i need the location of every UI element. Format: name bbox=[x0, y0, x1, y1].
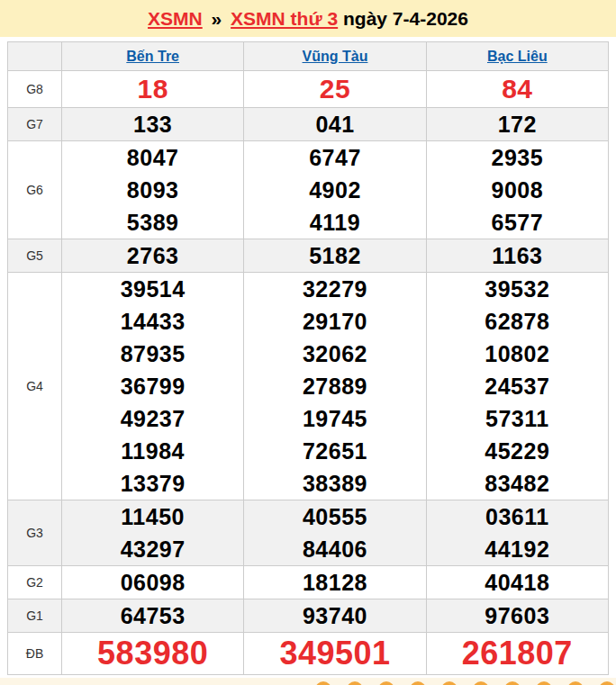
prize-row-g8: G8182584 bbox=[8, 71, 609, 108]
prize-number: 72651 bbox=[244, 435, 425, 467]
prize-cell: 0361144192 bbox=[426, 500, 608, 566]
prize-label: G1 bbox=[8, 599, 62, 633]
prize-cell: 4055584406 bbox=[244, 500, 426, 566]
prize-label: G4 bbox=[8, 273, 62, 500]
prize-number: 2935 bbox=[427, 141, 608, 174]
prize-label: ĐB bbox=[8, 633, 62, 675]
prize-number: 6577 bbox=[427, 206, 608, 239]
prize-number: 349501 bbox=[244, 633, 425, 674]
prize-number: 041 bbox=[244, 108, 425, 140]
prize-cell: 39532628781080224537573114522983482 bbox=[426, 273, 608, 500]
prize-cell: 349501 bbox=[244, 633, 426, 675]
prize-row-g6: G6804780935389674749024119293590086577 bbox=[8, 141, 609, 239]
prize-number: 27889 bbox=[244, 370, 425, 402]
number-ball-icon bbox=[599, 681, 615, 685]
prize-number: 84406 bbox=[244, 533, 425, 565]
prize-cell: 1145043297 bbox=[62, 500, 244, 566]
prize-number: 13379 bbox=[62, 467, 243, 500]
prize-cell: 2763 bbox=[62, 239, 244, 273]
province-header-bac-lieu: Bạc Liêu bbox=[426, 42, 608, 71]
prize-cell: 804780935389 bbox=[62, 141, 244, 239]
prize-number: 133 bbox=[62, 108, 243, 140]
prize-number: 06098 bbox=[62, 566, 243, 599]
province-link-bac-lieu[interactable]: Bạc Liêu bbox=[487, 49, 548, 64]
prize-number: 64753 bbox=[62, 599, 243, 632]
prize-number: 36799 bbox=[62, 370, 243, 402]
number-ball-icon bbox=[347, 681, 363, 685]
prize-cell: 32279291703206227889197457265138389 bbox=[244, 273, 426, 500]
prize-number: 44192 bbox=[427, 533, 608, 565]
prize-cell: 18128 bbox=[244, 566, 426, 599]
prize-number: 14433 bbox=[62, 305, 243, 338]
prize-number: 11450 bbox=[62, 500, 243, 533]
prize-row-g4: G439514144338793536799492371198413379322… bbox=[8, 273, 609, 500]
prize-label: G6 bbox=[8, 141, 62, 239]
prize-number: 49237 bbox=[62, 402, 243, 435]
table-header-row: Bến Tre Vũng Tàu Bạc Liêu bbox=[8, 42, 609, 71]
number-ball-icon bbox=[315, 681, 331, 685]
prize-number: 39514 bbox=[62, 273, 243, 305]
prize-number: 18128 bbox=[244, 566, 425, 599]
prize-number: 18 bbox=[62, 71, 243, 107]
prize-number: 43297 bbox=[62, 533, 243, 565]
prize-number: 10802 bbox=[427, 338, 608, 370]
prize-number: 11984 bbox=[62, 435, 243, 467]
number-ball-icon bbox=[567, 681, 584, 685]
prize-number: 03611 bbox=[427, 500, 608, 533]
prize-number: 97603 bbox=[427, 599, 608, 632]
prize-cell: 261807 bbox=[426, 633, 608, 675]
prize-label: G8 bbox=[8, 71, 62, 108]
province-link-ben-tre[interactable]: Bến Tre bbox=[126, 49, 179, 64]
prize-cell: 39514144338793536799492371198413379 bbox=[62, 273, 244, 500]
prize-cell: 25 bbox=[244, 71, 426, 108]
prize-number: 4119 bbox=[244, 206, 425, 239]
prize-cell: 674749024119 bbox=[244, 141, 426, 239]
prize-cell: 172 bbox=[426, 108, 608, 141]
prize-number: 39532 bbox=[427, 273, 608, 305]
prize-number: 19745 bbox=[244, 402, 425, 435]
number-ball-icon bbox=[536, 681, 552, 685]
prize-cell: 133 bbox=[62, 108, 244, 141]
prize-number: 172 bbox=[427, 108, 608, 140]
number-ball-icon bbox=[504, 681, 521, 685]
prize-number: 45229 bbox=[427, 435, 608, 467]
prize-cell: 93740 bbox=[244, 599, 426, 633]
prize-label: G3 bbox=[8, 500, 62, 566]
prize-cell: 5182 bbox=[244, 239, 426, 273]
prize-column-header bbox=[8, 42, 62, 71]
prize-number: 5389 bbox=[62, 206, 243, 239]
prize-number: 1163 bbox=[427, 239, 608, 272]
prize-number: 32062 bbox=[244, 338, 425, 370]
province-link-vung-tau[interactable]: Vũng Tàu bbox=[303, 49, 368, 64]
prize-cell: 18 bbox=[62, 71, 244, 108]
prize-number: 9008 bbox=[427, 174, 608, 206]
prize-number: 25 bbox=[244, 71, 425, 107]
province-header-ben-tre: Bến Tre bbox=[62, 42, 244, 71]
prize-cell: 1163 bbox=[426, 239, 608, 273]
page-title: XSMN » XSMN thứ 3 ngày 7-4-2026 bbox=[148, 8, 468, 30]
prize-number: 8093 bbox=[62, 174, 243, 206]
prize-number: 38389 bbox=[244, 467, 425, 500]
prize-number: 261807 bbox=[427, 633, 608, 674]
prize-number: 57311 bbox=[427, 402, 608, 435]
breadcrumb-xsmn-weekday-link[interactable]: XSMN thứ 3 bbox=[231, 8, 338, 29]
number-ball-icon bbox=[378, 681, 394, 685]
prize-number: 6747 bbox=[244, 141, 425, 174]
prize-label: G5 bbox=[8, 239, 62, 273]
province-header-vung-tau: Vũng Tàu bbox=[244, 42, 426, 71]
prize-row-đb: ĐB583980349501261807 bbox=[8, 633, 609, 675]
prize-number: 87935 bbox=[62, 338, 243, 370]
prize-number: 29170 bbox=[244, 305, 425, 338]
footer-balls-strip bbox=[0, 678, 616, 685]
prize-row-g3: G3114504329740555844060361144192 bbox=[8, 500, 609, 566]
prize-cell: 84 bbox=[426, 71, 608, 108]
page-header: XSMN » XSMN thứ 3 ngày 7-4-2026 bbox=[0, 0, 616, 37]
prize-cell: 06098 bbox=[62, 566, 244, 599]
prize-row-g2: G2060981812840418 bbox=[8, 566, 609, 599]
prize-number: 5182 bbox=[244, 239, 425, 272]
number-ball-icon bbox=[410, 681, 426, 685]
prize-cell: 40418 bbox=[426, 566, 608, 599]
breadcrumb-xsmn-link[interactable]: XSMN bbox=[148, 8, 203, 29]
number-ball-icon bbox=[441, 681, 457, 685]
prize-row-g7: G7133041172 bbox=[8, 108, 609, 141]
